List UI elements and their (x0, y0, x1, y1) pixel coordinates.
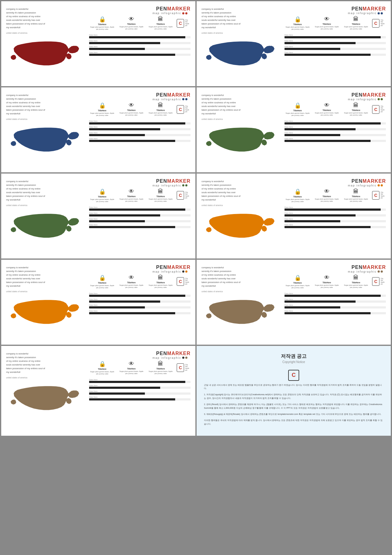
bar-fill-1 (285, 128, 356, 130)
brand-sub-text: map infographic (153, 270, 181, 273)
icon-desc-1: Sugar plum gummi bears. Apple pie yummy … (314, 284, 340, 289)
bar-fill-3 (285, 312, 371, 314)
icon-desc-2: Sugar plum gummi bears. Apple pie yummy … (343, 198, 369, 202)
currency-section: CCity, Hid Apple pie (177, 102, 190, 115)
icon-desc-1: Sugar plum gummi bears. Apple pie yummy … (118, 370, 144, 375)
bar-fill-3 (89, 140, 175, 142)
bar-container-0 (89, 295, 190, 297)
icon-symbol-2: 🏛 (353, 188, 359, 195)
data-label-2: Data Here (89, 46, 190, 48)
icon-title-2: TitleHere (352, 195, 360, 197)
bar-fill-2 (89, 220, 145, 222)
brand-pen: PEN (352, 92, 363, 98)
bar-fill-1 (89, 214, 160, 216)
brand-subtitle: map infographic (285, 12, 386, 15)
bar-container-1 (89, 387, 190, 389)
bar-fill-1 (89, 300, 160, 303)
icon-title-1: TitleHere (127, 23, 136, 25)
data-row-2: Data Here (89, 132, 190, 136)
icons-row: 🔒TitleHereSugar plum gummi bears. Apple … (89, 102, 190, 117)
slide-left-panel: company is wonderfulserenity it's taken … (6, 265, 89, 340)
data-label-0: Data Here (89, 34, 190, 36)
data-row-2: Data Here (285, 218, 386, 222)
data-label-2: Data Here (285, 46, 386, 48)
currency-sub: City, Hid Apple pie (381, 19, 386, 26)
data-row-0: Data Here (285, 206, 386, 211)
dot-3 (384, 12, 386, 14)
copyright-para-0: 근일 내 상공 서비스에서 판매 또는 배포된 템플릿을 무단으로 공유하는 행… (204, 383, 383, 391)
data-row-2: Data Here (285, 304, 386, 308)
brand-header: PENMARKERmap infographic (285, 178, 386, 187)
data-row-0: Data Here (89, 379, 190, 383)
icon-desc-0: Sugar plum gummi bears. Apple pie yummy … (285, 112, 311, 117)
icon-symbol-1: 👁 (129, 188, 134, 195)
bar-container-2 (285, 134, 386, 136)
brand-header: PENMARKERmap infographic (89, 92, 190, 101)
data-row-1: Data Here (89, 298, 190, 303)
dot-3 (188, 12, 190, 14)
bar-container-2 (89, 220, 190, 222)
bar-fill-1 (285, 214, 356, 216)
icon-symbol-1: 👁 (324, 188, 330, 195)
data-row-1: Data Here (285, 40, 386, 44)
icon-item-0: 🔒TitleHereSugar plum gummi bears. Apple … (89, 188, 115, 203)
map-label: united states of america (202, 290, 282, 293)
icon-symbol-0: 🔒 (99, 102, 106, 109)
icon-item-1: 👁TitleHereSugar plum gummi bears. Apple … (314, 188, 340, 203)
currency-sub: City, Hid Apple pie (185, 278, 190, 285)
slide-description: company is wonderfulserenity it's taken … (6, 266, 87, 288)
data-row-1: Data Here (285, 298, 386, 303)
icons-row: 🔒TitleHereSugar plum gummi bears. Apple … (89, 274, 190, 289)
slide: company is wonderfulserenity it's taken … (197, 87, 391, 172)
slide-right-panel: PENMARKERmap infographic🔒TitleHereSugar … (285, 6, 386, 81)
bar-container-3 (89, 226, 190, 228)
brand-header: PENMARKERmap infographic (89, 6, 190, 15)
slide-right-panel: PENMARKERmap infographic🔒TitleHereSugar … (285, 265, 386, 340)
icon-title-1: TitleHere (322, 109, 331, 111)
icon-desc-2: Sugar plum gummi bears. Apple pie yummy … (343, 26, 369, 30)
data-bars: Data HereData HereData HereData Here (89, 206, 190, 254)
brand-marker: MARKER (363, 178, 386, 184)
data-bars: Data HereData HereData HereData Here (89, 379, 190, 431)
icon-desc-0: Sugar plum gummi bears. Apple pie yummy … (89, 285, 115, 289)
bar-fill-0 (285, 36, 381, 38)
usa-map: united states of america (6, 118, 87, 167)
slide-right-panel: PENMARKERmap infographic🔒TitleHereSugar … (89, 178, 190, 254)
usa-path (11, 386, 79, 410)
currency-badge: C (177, 277, 184, 286)
bar-container-3 (89, 398, 190, 400)
dot-2 (185, 270, 187, 273)
icon-desc-1: Sugar plum gummi bears. Apple pie yummy … (118, 198, 144, 202)
data-label-3: Data Here (89, 52, 190, 53)
bar-container-2 (89, 134, 190, 136)
currency-section: CCity, Hid Apple pie (177, 188, 190, 201)
currency-sub: City, Hid Apple pie (381, 105, 386, 113)
brand-subtitle: map infographic (89, 270, 190, 273)
currency-sub: City, Hid Apple pie (185, 364, 190, 371)
bar-container-3 (285, 226, 386, 228)
icon-symbol-2: 🏛 (353, 274, 359, 281)
bar-container-0 (285, 36, 386, 38)
icon-symbol-1: 👁 (129, 361, 134, 367)
brand-subtitle: map infographic (285, 270, 386, 273)
icon-desc-2: Sugar plum gummi bears. Apple pie yummy … (343, 284, 369, 289)
icon-item-0: 🔒TitleHereSugar plum gummi bears. Apple … (285, 188, 311, 203)
data-row-3: Data Here (89, 224, 190, 228)
brand-marker: MARKER (363, 92, 386, 98)
data-row-2: Data Here (89, 218, 190, 222)
bar-container-0 (285, 209, 386, 211)
bar-container-3 (285, 54, 386, 56)
data-row-3: Data Here (89, 396, 190, 400)
dot-1 (182, 270, 184, 273)
usa-map: united states of america (202, 32, 282, 81)
dot-2 (185, 12, 187, 14)
copyright-para-2: 2. 판매 (Resell) 당사에서 판매하는 콘텐츠를 재판매 하거나, 아… (204, 403, 383, 410)
icon-item-2: 🏛TitleHereSugar plum gummi bears. Apple … (148, 102, 174, 117)
data-bars: Data HereData HereData HereData Here (89, 120, 190, 167)
dot-1 (182, 357, 184, 359)
usa-map: united states of america (202, 290, 282, 340)
bar-fill-0 (89, 209, 186, 211)
icon-title-1: TitleHere (127, 281, 136, 284)
data-label-1: Data Here (285, 126, 386, 128)
copyright-para-4: 이러한 행위들은 국내외 저작권법에 따라 제재를 받게 됩니다. 당사에서 판… (204, 419, 383, 426)
